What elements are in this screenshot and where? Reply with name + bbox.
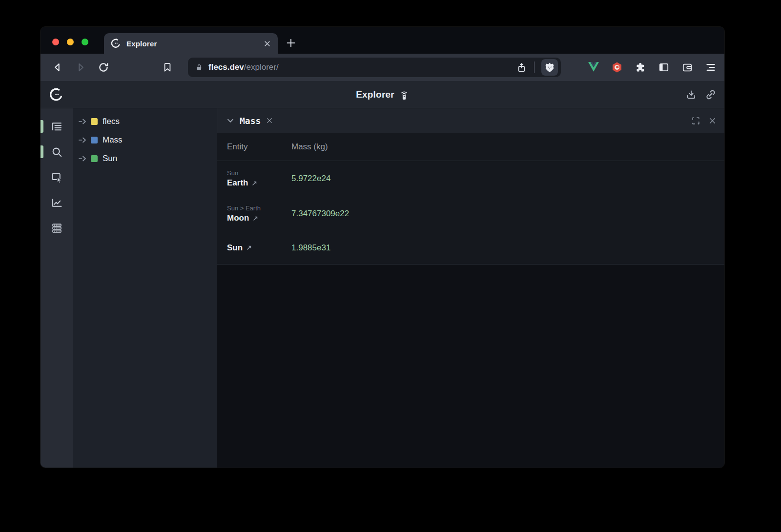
collapse-chevron-icon[interactable] <box>225 115 236 126</box>
column-header-mass: Mass (kg) <box>291 142 724 152</box>
mass-value: 7.34767309e22 <box>291 209 724 219</box>
table-row: Sun 1.9885e31 <box>217 231 724 265</box>
zoom-window-button[interactable] <box>82 39 88 45</box>
entity-name: Earth <box>227 178 248 188</box>
extensions-puzzle-icon[interactable] <box>635 61 646 73</box>
external-link-icon <box>252 215 259 222</box>
entity-color-swatch <box>91 137 98 143</box>
lock-icon <box>195 63 204 72</box>
entity-color-swatch <box>91 118 98 125</box>
entity-name: Moon <box>227 213 249 223</box>
browser-toolbar: flecs.dev/explorer/ <box>41 54 724 81</box>
expand-chevron-icon[interactable] <box>78 136 88 144</box>
rail-memory-button[interactable] <box>41 215 73 241</box>
tree-item-label: Mass <box>103 135 123 145</box>
bookmark-icon[interactable] <box>162 61 173 73</box>
tab-title: Explorer <box>126 40 264 48</box>
explorer-header: Explorer <box>41 81 724 108</box>
entity-parent-path: Sun > Earth <box>227 205 291 212</box>
inspector-icon <box>50 171 63 184</box>
rail-inspector-button[interactable] <box>41 164 73 190</box>
rail-entities-button[interactable] <box>41 114 73 139</box>
toolbar-separator <box>534 61 534 73</box>
back-button[interactable] <box>51 61 64 74</box>
link-icon[interactable] <box>705 89 717 101</box>
tree-item-mass[interactable]: Mass <box>73 131 217 149</box>
close-window-button[interactable] <box>52 39 59 45</box>
entity-link[interactable]: Earth <box>227 178 291 188</box>
query-search-icon <box>50 145 63 159</box>
menu-icon[interactable] <box>705 61 717 73</box>
rail-stats-button[interactable] <box>41 190 73 215</box>
entity-tree-panel: flecs Mass Sun <box>73 108 217 468</box>
mass-value: 5.9722e24 <box>291 174 724 184</box>
table-header-row: Entity Mass (kg) <box>217 133 724 161</box>
flecs-favicon-icon <box>111 39 121 48</box>
fullscreen-icon[interactable] <box>691 116 700 125</box>
tab-close-icon[interactable] <box>264 40 271 47</box>
extension-hexagon-icon[interactable] <box>611 61 623 73</box>
page-title: Explorer <box>356 89 394 100</box>
column-header-entity: Entity <box>217 142 291 152</box>
query-tab-close-icon[interactable] <box>266 117 273 124</box>
entity-tree-icon <box>50 120 63 133</box>
minimize-window-button[interactable] <box>67 39 74 45</box>
tree-item-label: flecs <box>103 117 120 126</box>
vue-devtools-icon[interactable] <box>588 61 599 73</box>
mass-value: 1.9885e31 <box>291 243 724 253</box>
url-domain: flecs.dev <box>208 62 244 72</box>
query-panel-empty-area <box>217 265 724 468</box>
tree-item-sun[interactable]: Sun <box>73 149 217 168</box>
entity-link[interactable]: Moon <box>227 213 291 223</box>
query-panel: Mass Entity Mass (kg) <box>217 108 724 468</box>
browser-tab[interactable]: Explorer <box>104 33 278 54</box>
url-bar[interactable]: flecs.dev/explorer/ <box>188 58 561 77</box>
tab-bar: Explorer <box>41 27 724 54</box>
tree-item-flecs[interactable]: flecs <box>73 112 217 131</box>
panel-close-icon[interactable] <box>708 117 717 125</box>
share-icon[interactable] <box>516 62 527 73</box>
wallet-icon[interactable] <box>681 61 693 73</box>
external-link-icon <box>246 245 252 251</box>
memory-icon <box>50 222 63 235</box>
query-tab-label[interactable]: Mass <box>240 116 261 126</box>
table-row: Sun Earth 5.9722e24 <box>217 161 724 196</box>
reload-button[interactable] <box>97 61 110 74</box>
table-row: Sun > Earth Moon 7.34767309e22 <box>217 196 724 231</box>
url-path: /explorer/ <box>244 62 279 72</box>
tree-item-label: Sun <box>103 154 117 164</box>
expand-chevron-icon[interactable] <box>78 118 88 125</box>
entity-link[interactable]: Sun <box>227 243 291 253</box>
expand-chevron-icon[interactable] <box>78 155 88 163</box>
traffic-lights <box>52 39 88 45</box>
active-panel-pill <box>41 120 43 133</box>
entity-name: Sun <box>227 243 243 253</box>
active-panel-pill <box>41 145 43 158</box>
query-panel-header: Mass <box>217 108 724 133</box>
result-table: Entity Mass (kg) Sun Earth 5.9722e24 <box>217 133 724 265</box>
stats-chart-icon <box>50 196 63 209</box>
remote-connection-icon[interactable] <box>399 89 409 100</box>
download-icon[interactable] <box>685 89 697 101</box>
new-tab-button[interactable] <box>286 38 296 48</box>
entity-color-swatch <box>91 155 98 162</box>
icon-rail <box>41 108 73 468</box>
url-text: flecs.dev/explorer/ <box>208 62 279 72</box>
brave-shield-icon[interactable] <box>541 59 558 76</box>
entity-parent-path: Sun <box>227 169 291 177</box>
sidebar-toggle-icon[interactable] <box>658 61 670 73</box>
forward-button[interactable] <box>74 61 87 74</box>
external-link-icon <box>251 180 258 186</box>
browser-window: Explorer flecs.dev/explorer/ <box>41 27 724 468</box>
rail-query-button[interactable] <box>41 139 73 164</box>
